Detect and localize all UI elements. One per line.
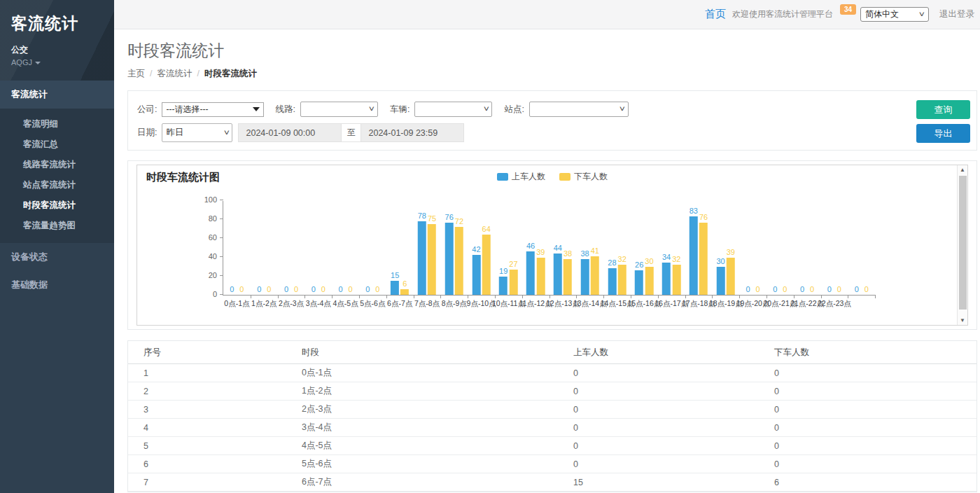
bar-boarding (418, 221, 426, 295)
table-header-period: 时段 (302, 347, 573, 359)
bar-value-label: 6 (402, 280, 407, 288)
logout-link[interactable]: 退出登录 (939, 8, 974, 20)
sidebar-subitem[interactable]: 客流明细 (0, 114, 114, 134)
breadcrumb-section[interactable]: 客流统计 (157, 69, 192, 78)
bar-boarding (581, 259, 589, 295)
topbar: 首页 欢迎使用客流统计管理平台 34 简体中文 ˅ 退出登录 (114, 0, 980, 29)
bar-value-label: 30 (716, 258, 724, 265)
table-cell: 1点-2点 (302, 385, 573, 397)
bar-alighting (428, 224, 436, 295)
date-preset-select[interactable]: 昨日 ˅ (162, 123, 232, 142)
bar-boarding (472, 255, 480, 295)
table-cell: 0 (774, 405, 976, 415)
chart-category: 0022点-23点 (821, 201, 848, 295)
x-axis-tick (304, 295, 305, 298)
sidebar-subitem[interactable]: 线路客流统计 (0, 155, 114, 175)
table-cell: 0 (573, 387, 774, 396)
bar-value-label: 41 (591, 247, 599, 255)
scrollbar-down-icon[interactable]: ▼ (958, 316, 967, 325)
chart-category: 1566点-7点 (386, 201, 414, 295)
table-row: 54点-5点00 (128, 437, 976, 455)
sidebar-subitem[interactable]: 时段客流统计 (0, 195, 114, 216)
bar-value-label: 27 (509, 261, 517, 268)
chart-category: 004点-5点 (332, 201, 359, 295)
x-axis-tick (386, 295, 387, 298)
x-axis-tick (658, 295, 659, 298)
vehicle-select[interactable]: ˅ (414, 102, 492, 117)
legend-swatch-icon (559, 173, 570, 181)
bar-value-label: 0 (321, 286, 326, 293)
org-code-dropdown[interactable]: AQGJ (11, 58, 103, 67)
sidebar-subitem[interactable]: 站点客流统计 (0, 175, 114, 195)
bar-value-label: 0 (267, 286, 271, 293)
legend-swatch-icon (497, 173, 508, 181)
breadcrumb-home[interactable]: 主页 (127, 69, 145, 78)
table-row: 32点-3点00 (128, 401, 976, 419)
chart-category: 000点-1点 (223, 201, 251, 295)
line-select[interactable]: ˅ (300, 102, 378, 117)
export-button[interactable]: 导出 (916, 124, 970, 143)
company-select[interactable]: ---请选择--- (162, 102, 264, 117)
bar-value-label: 0 (755, 286, 760, 293)
station-select[interactable]: ˅ (529, 102, 629, 117)
bar-value-label: 0 (773, 286, 777, 293)
legend-item[interactable]: 上车人数 (497, 171, 545, 183)
y-axis-tick-label: 0 (213, 291, 217, 298)
x-axis-tick (550, 295, 550, 298)
table-cell: 0 (573, 368, 774, 378)
notification-badge[interactable]: 34 (840, 4, 856, 15)
x-axis-tick (468, 295, 468, 298)
x-axis-tick (251, 295, 251, 298)
scrollbar-thumb[interactable] (959, 176, 967, 310)
bar-value-label: 0 (864, 286, 869, 293)
date-from-input[interactable]: 2024-01-09 00:00 (238, 123, 342, 142)
bar-boarding (690, 216, 698, 295)
bar-value-label: 0 (855, 286, 859, 293)
bar-value-label: 0 (339, 286, 343, 293)
sidebar-item-passenger-stats[interactable]: 客流统计 (0, 81, 114, 109)
bar-value-label: 0 (349, 286, 353, 293)
query-button[interactable]: 查询 (916, 100, 970, 119)
x-axis-tick (794, 295, 794, 298)
chart-category: 0019点-20点 (739, 201, 766, 295)
bar-alighting (618, 265, 626, 295)
legend-label: 下车人数 (574, 171, 608, 183)
bar-value-label: 76 (699, 214, 708, 221)
bar-alighting (645, 267, 653, 296)
x-axis-tick-label: 4点-5点 (332, 299, 358, 309)
bar-value-label: 15 (391, 272, 399, 279)
bar-value-label: 19 (499, 268, 507, 275)
bar-value-label: 0 (783, 286, 787, 293)
sidebar-subitem[interactable]: 客流量趋势图 (0, 216, 114, 236)
sidebar-item-base-data[interactable]: 基础数据 (0, 271, 114, 299)
bar-value-label: 72 (455, 218, 463, 225)
date-to-input[interactable]: 2024-01-09 23:59 (360, 123, 464, 142)
x-axis-tick-label: 0点-1点 (224, 299, 249, 309)
x-axis-tick (685, 295, 686, 298)
chart-category: 001点-2点 (251, 201, 278, 295)
table-cell: 0 (774, 423, 976, 433)
table-cell: 4 (144, 423, 302, 433)
chart-category: 005点-6点 (359, 201, 386, 295)
language-select[interactable]: 简体中文 ˅ (860, 7, 929, 22)
table-header-row: 序号 时段 上车人数 下车人数 (128, 341, 976, 364)
x-axis-tick (848, 295, 848, 298)
bar-value-label: 0 (312, 286, 316, 293)
chart-title: 时段车流统计图 (146, 171, 220, 184)
home-link[interactable]: 首页 (705, 8, 726, 21)
y-axis-tick-label: 60 (209, 234, 217, 242)
sidebar-item-device-status[interactable]: 设备状态 (0, 243, 114, 271)
bar-alighting (564, 259, 572, 295)
bar-value-label: 0 (365, 286, 370, 293)
legend-item[interactable]: 下车人数 (559, 171, 608, 183)
x-axis-tick (576, 295, 577, 298)
sidebar-subitem[interactable]: 客流汇总 (0, 134, 114, 155)
table-cell: 0 (774, 459, 976, 469)
x-axis-tick-label: 6点-7点 (387, 299, 412, 309)
page-heading: 时段客流统计 主页/客流统计/时段客流统计 (114, 29, 980, 90)
chart-scrollbar[interactable]: ▲ ▼ (957, 165, 967, 325)
bar-boarding (608, 268, 616, 295)
scrollbar-up-icon[interactable]: ▲ (958, 165, 967, 174)
table-cell: 0 (573, 423, 774, 433)
bar-value-label: 0 (294, 286, 298, 293)
